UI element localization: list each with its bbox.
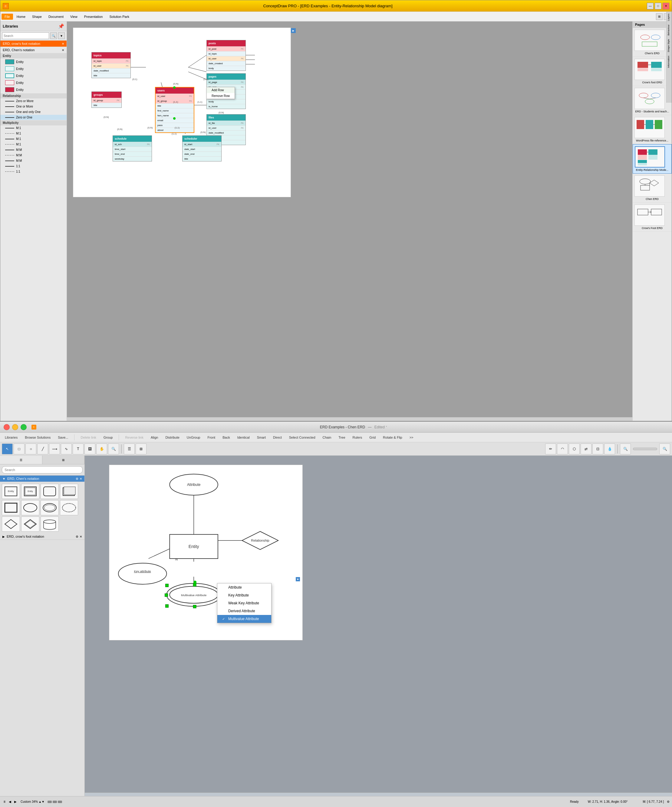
- shape-thumb-9[interactable]: [2, 516, 20, 531]
- shape-11-2[interactable]: 1:1: [0, 169, 66, 174]
- library-chen-close[interactable]: ✕: [62, 48, 64, 52]
- tb-smart[interactable]: Smart: [255, 435, 268, 440]
- page-indicator-3[interactable]: [58, 800, 62, 803]
- tb-browse[interactable]: Browse Solutions: [22, 435, 53, 440]
- sidebar-pin[interactable]: 📌: [58, 23, 64, 29]
- tool-eyedrop[interactable]: 💧: [604, 443, 615, 454]
- tb-ungroup[interactable]: UnGroup: [184, 435, 203, 440]
- canvas-scrollbar-h[interactable]: [67, 417, 632, 421]
- dropdown-derived-attribute[interactable]: Derived Attribute: [217, 607, 271, 615]
- shape-thumb-5[interactable]: [2, 500, 20, 515]
- tb-more[interactable]: >>: [407, 435, 416, 440]
- tb-select-connected[interactable]: Select Connected: [287, 435, 318, 440]
- shape-entity-5[interactable]: Entity: [0, 86, 66, 93]
- dropdown-weak-key-attribute[interactable]: Weak Key Attribute: [217, 599, 271, 607]
- menu-solution-park[interactable]: Solution Park: [106, 13, 132, 20]
- tb-front[interactable]: Front: [205, 435, 218, 440]
- tb-distribute[interactable]: Distribute: [163, 435, 182, 440]
- tb-identical[interactable]: Identical: [235, 435, 252, 440]
- tool-line[interactable]: ╱: [37, 443, 48, 454]
- tool-zoom[interactable]: 🔍: [108, 443, 119, 454]
- tool-connector[interactable]: ⟶: [49, 443, 60, 454]
- shape-thumb-7[interactable]: [41, 500, 59, 515]
- shape-thumb-4[interactable]: [60, 484, 78, 499]
- tab-shape-style[interactable]: Shape Style: [667, 37, 672, 54]
- tool-select[interactable]: ↖: [2, 443, 13, 454]
- shape-mm-1[interactable]: M:M: [0, 147, 66, 153]
- shape-mm-3[interactable]: M:M: [0, 158, 66, 164]
- zoom-slider[interactable]: [633, 448, 657, 450]
- menu-presentation[interactable]: Presentation: [81, 13, 106, 20]
- shape-entity-1[interactable]: Entity: [0, 58, 66, 65]
- mac-library-crows[interactable]: ▶ ERD, crow's foot notation ⚙ ✕: [0, 533, 84, 540]
- shape-thumb-2[interactable]: Entity: [21, 484, 39, 499]
- dropdown-attribute[interactable]: Attribute: [217, 583, 271, 591]
- tb-direct[interactable]: Direct: [271, 435, 284, 440]
- mac-minimize-btn[interactable]: [12, 424, 18, 430]
- prev-btn[interactable]: ◀: [8, 800, 12, 804]
- tool-zoom-out-2[interactable]: 🔍: [620, 443, 631, 454]
- shape-thumb-1[interactable]: Entity: [2, 484, 20, 499]
- ctx-remove-row[interactable]: Remove Row: [207, 93, 235, 99]
- sidebar-search-input[interactable]: [2, 32, 49, 39]
- page-erd-students[interactable]: ERD - Students and teach...: [633, 86, 672, 115]
- tool-smart-conn[interactable]: ⇄: [581, 443, 591, 454]
- page-wordpress[interactable]: WordPress file-reference...: [633, 115, 672, 144]
- main-canvas[interactable]: topics id_topic PK id_user FK date_modif…: [67, 22, 632, 421]
- tool-image[interactable]: 🖼: [84, 443, 95, 454]
- tool-zoom-in-2[interactable]: 🔍: [659, 443, 670, 454]
- tb-tree[interactable]: Tree: [336, 435, 348, 440]
- chen-play-btn[interactable]: ▶: [296, 577, 300, 581]
- shape-entity-4[interactable]: Entity: [0, 80, 66, 86]
- mac-library-crows-settings[interactable]: ⚙: [76, 535, 78, 538]
- shape-thumb-10[interactable]: [21, 516, 39, 531]
- library-crows-foot-close[interactable]: ✕: [62, 42, 64, 45]
- shape-m1-4[interactable]: M:1: [0, 142, 66, 147]
- shape-entity-2[interactable]: Entity: [0, 65, 66, 72]
- shape-mm-2[interactable]: M:M: [0, 153, 66, 158]
- menu-shape[interactable]: Shape: [29, 13, 45, 20]
- mac-canvas-area[interactable]: N N Attribute Entity Relationship Key at…: [85, 456, 672, 796]
- tb-align[interactable]: Align: [148, 435, 161, 440]
- mac-maximize-btn[interactable]: [21, 424, 26, 430]
- tool-rect[interactable]: □: [13, 443, 25, 454]
- tb-save[interactable]: Save...: [55, 435, 71, 440]
- tb-group[interactable]: Group: [101, 435, 115, 440]
- shape-thumb-8[interactable]: [60, 500, 78, 515]
- tb-rulers[interactable]: Rulers: [350, 435, 365, 440]
- tool-crop[interactable]: ⊡: [593, 443, 603, 454]
- tb-back[interactable]: Back: [220, 435, 232, 440]
- settings-btn[interactable]: ⚙: [667, 800, 670, 804]
- shape-one-and-only-one[interactable]: One and only One: [0, 110, 66, 115]
- shape-one-or-more[interactable]: One or More: [0, 104, 66, 110]
- shape-m1-1[interactable]: M:1: [0, 125, 66, 131]
- shape-11-1[interactable]: 1:1: [0, 164, 66, 169]
- tab-behaviour[interactable]: Behaviour: [667, 23, 672, 37]
- page-indicator-2[interactable]: [53, 800, 57, 803]
- tb-rotate-flip[interactable]: Rotate & Flip: [381, 435, 405, 440]
- page-crows-foot-erd-2[interactable]: Crow's Foot ERD: [633, 203, 672, 232]
- tool-list[interactable]: ☰: [124, 443, 135, 454]
- search-input[interactable]: [2, 466, 83, 473]
- tool-text[interactable]: T: [73, 443, 84, 454]
- tab-layers[interactable]: Layers: [667, 12, 672, 23]
- pause-btn[interactable]: ⏸: [2, 800, 7, 804]
- menu-view[interactable]: View: [67, 13, 81, 20]
- tool-pencil[interactable]: ✏: [545, 443, 556, 454]
- tool-ellipse[interactable]: ○: [25, 443, 36, 454]
- page-chens-erd[interactable]: Chen's ERD: [633, 28, 672, 57]
- page-chen-erd[interactable]: Chen ERD: [633, 174, 672, 203]
- shape-entity-3[interactable]: Entity: [0, 72, 66, 80]
- library-crows-foot[interactable]: ERD, crow's foot notation ✕: [0, 41, 66, 47]
- tool-hand[interactable]: ✋: [96, 443, 107, 454]
- panel-tab-grid[interactable]: ⊞: [42, 456, 85, 464]
- toolbar-icon-1[interactable]: ⊞: [656, 13, 663, 20]
- shape-zero-or-more[interactable]: Zero or More: [0, 98, 66, 104]
- zoom-stepper[interactable]: ▲▼: [38, 800, 45, 804]
- menu-file[interactable]: File: [2, 13, 13, 20]
- library-chen[interactable]: ERD, Chen's notation ✕: [0, 47, 66, 53]
- shape-thumb-6[interactable]: [21, 500, 39, 515]
- panel-tab-list[interactable]: ☰: [0, 456, 42, 464]
- mac-canvas-scrollbar-h[interactable]: [85, 792, 672, 796]
- shape-m1-2[interactable]: M:1: [0, 131, 66, 136]
